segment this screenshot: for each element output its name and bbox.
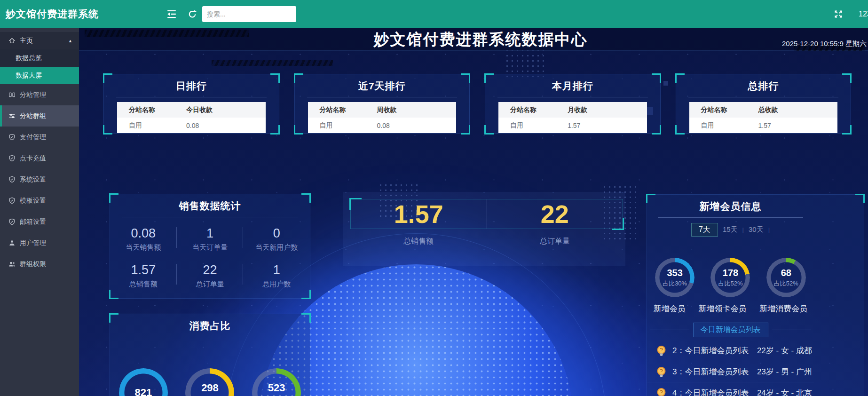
search-input[interactable] [202,6,296,22]
table-header-row: 分站名称 总收款 [689,102,838,118]
divider [307,97,458,97]
stat-today-orders: 1 当天订单量 [177,223,244,256]
tab-7days[interactable]: 7天 [691,223,718,237]
donut-chart-821: 821 [119,368,168,396]
col-header: 今日收款 [184,106,266,114]
table-row: 自用 0.08 [308,118,457,133]
tab-15days[interactable]: 15天 [718,225,742,234]
refresh-icon[interactable] [187,9,197,19]
cell-site-name: 自用 [689,121,756,130]
fullscreen-icon[interactable] [833,9,844,19]
donut-chart-178: 178占比52% [710,258,750,297]
decor-line [772,330,812,330]
col-header: 分站名称 [117,106,184,114]
totals-panel: 1.57 22 总销售额 总订单量 [350,199,623,246]
card-title: 本月排行 [485,79,660,93]
cell-amount: 1.57 [756,122,837,129]
corner-bracket [484,125,494,135]
donut-value: 353 [667,268,682,278]
corner-bracket [109,193,118,203]
rank-card-7days: 近7天排行 分站名称 周收款 自用 0.08 [294,74,470,134]
card-title: 日排行 [104,79,279,93]
stat-label: 当天销售额 [110,243,177,252]
sidebar-item-email-settings[interactable]: 邮箱设置 [0,211,79,232]
shield-check-icon [8,197,16,205]
rank-card-total: 总排行 分站名称 总收款 自用 1.57 [676,74,852,134]
sidebar-item-data-overview[interactable]: 数据总览 [0,49,79,67]
list-item-text: 3：今日新增会员列表 [672,366,749,377]
donut-label: 新增会员 [654,303,686,314]
username[interactable]: 123 [859,0,868,28]
bulb-icon [655,366,667,378]
sidebar-item-label: 邮箱设置 [20,218,46,226]
sidebar-item-label: 分站群组 [20,112,46,120]
dashboard-main: 妙文馆付费进群系统数据中心 2025-12-20 10:55:9 星期六 日排行… [79,28,868,396]
corner-bracket [109,313,118,323]
range-tabs: 7天 15天 | 30天 | [647,223,814,236]
totals-frame: 1.57 22 [350,199,623,229]
sidebar: 主页 ▲ 数据总览 数据大屏 分站管理 分站群组 支付管理 [0,28,79,396]
corner-bracket [646,194,655,203]
sidebar-item-label: 点卡充值 [20,154,46,163]
list-item[interactable]: 4：今日新增会员列表 24岁 - 女 - 北京 [647,382,814,396]
corner-bracket [652,125,661,135]
panel-title: 销售数据统计 [110,199,310,213]
rank-table: 分站名称 周收款 自用 0.08 [308,102,457,133]
shield-check-icon [8,218,16,226]
sliders-icon [8,112,16,120]
list-item-text: 4：今日新增会员列表 [672,388,749,396]
stat-total-orders: 22 总订单量 [177,260,244,293]
total-sales-block: 1.57 [351,199,487,229]
sidebar-item-group-permissions[interactable]: 群组权限 [0,253,79,275]
stat-label: 当天新用户数 [243,243,310,252]
table-row: 自用 1.57 [498,118,647,133]
table-header-row: 分站名称 今日收款 [117,102,266,118]
donut-value: 68 [781,268,791,278]
sidebar-item-label: 系统设置 [20,175,46,184]
stat-value: 22 [177,263,244,277]
stat-value: 1.57 [110,263,177,277]
donut-ratio: 占比30% [663,279,687,288]
datetime-text: 2025-12-20 10:55:9 星期六 [782,40,867,48]
totals-labels: 总销售额 总订单量 [350,237,623,246]
sidebar-item-system-settings[interactable]: 系统设置 [0,169,79,190]
today-members-list-button[interactable]: 今日新增会员列表 [693,323,768,337]
sidebar-item-data-screen[interactable]: 数据大屏 [0,67,79,84]
donut-chart-298: 298占比36% [185,368,234,396]
sidebar-item-label: 支付管理 [20,133,46,142]
sidebar-item-user-manage[interactable]: 用户管理 [0,232,79,253]
sidebar-item-card-recharge[interactable]: 点卡充值 [0,148,79,169]
total-sales-value: 1.57 [394,200,443,228]
total-orders-block: 22 [487,199,623,229]
stat-value: 0 [243,226,310,241]
cell-amount: 1.57 [565,122,647,129]
divider [122,217,298,217]
tab-30days[interactable]: 30天 [744,225,768,234]
bulb-icon [655,387,667,396]
total-orders-value: 22 [541,200,569,228]
consumption-donuts: 821 298占比36% 523占比64% [110,368,310,396]
list-item[interactable]: 3：今日新增会员列表 23岁 - 男 - 广州 [647,361,814,382]
stat-label: 总用户数 [243,280,310,289]
sidebar-item-home[interactable]: 主页 ▲ [0,32,79,49]
card-title: 总排行 [676,79,851,93]
home-icon [8,37,16,45]
col-header: 周收款 [374,106,456,114]
stat-value: 1 [177,226,244,241]
stat-today-new-users: 0 当天新用户数 [243,223,310,256]
app-title: 妙文馆付费进群系统 [6,0,99,28]
stat-value: 1 [243,263,310,277]
menu-fold-icon[interactable] [166,9,177,19]
sidebar-item-site-groups[interactable]: 分站群组 [0,105,79,127]
corner-bracket [301,193,311,203]
list-item[interactable]: 2：今日新增会员列表 22岁 - 女 - 成都 [647,340,814,361]
donut-label: 新增领卡会员 [698,303,746,314]
sidebar-item-template-settings[interactable]: 模板设置 [0,190,79,211]
columns-icon [8,91,16,99]
sidebar-item-label: 主页 [20,37,33,45]
sidebar-item-site-manage[interactable]: 分站管理 [0,84,79,105]
sidebar-item-payment[interactable]: 支付管理 [0,127,79,148]
caret-up-icon: ▲ [68,39,72,43]
corner-bracket [301,313,311,323]
panel-title: 新增会员信息 [647,200,814,213]
